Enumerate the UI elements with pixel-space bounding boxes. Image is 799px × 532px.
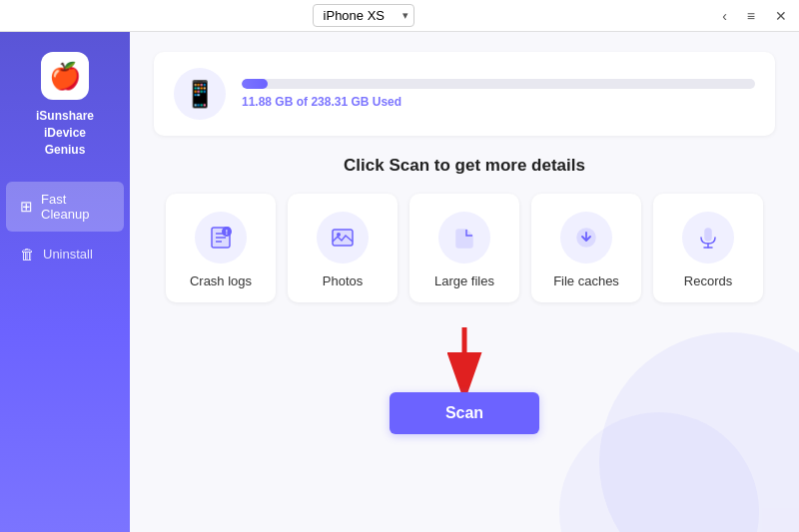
file-caches-icon	[572, 224, 600, 252]
category-photos[interactable]: Photos	[288, 194, 398, 302]
fast-cleanup-icon: ⊞	[20, 198, 33, 216]
category-records[interactable]: Records	[653, 194, 763, 302]
sidebar-nav: ⊞ Fast Cleanup 🗑 Uninstall	[0, 182, 130, 272]
storage-info: 11.88 GB of 238.31 GB Used	[242, 79, 755, 109]
photos-icon-circle	[317, 212, 369, 264]
app-name: iSunshareiDeviceGenius	[36, 108, 94, 158]
large-files-icon	[450, 224, 478, 252]
device-selector-area: iPhone XS ▾	[313, 4, 414, 27]
close-button[interactable]: ✕	[771, 6, 791, 26]
svg-text:!: !	[226, 229, 228, 236]
sidebar-item-fast-cleanup-label: Fast Cleanup	[41, 192, 110, 222]
total-gb: 238.31 GB	[311, 95, 369, 109]
menu-button[interactable]: ≡	[743, 6, 759, 26]
category-file-caches[interactable]: File caches	[531, 194, 641, 302]
sidebar-item-fast-cleanup[interactable]: ⊞ Fast Cleanup	[6, 182, 124, 232]
records-icon-circle	[682, 212, 734, 264]
used-gb: 11.88 GB	[242, 95, 293, 109]
sidebar-item-uninstall[interactable]: 🗑 Uninstall	[6, 236, 124, 272]
sidebar: 🍎 iSunshareiDeviceGenius ⊞ Fast Cleanup …	[0, 32, 130, 532]
photos-label: Photos	[323, 273, 363, 288]
crash-logs-icon-circle: !	[195, 212, 247, 264]
storage-of: of	[297, 95, 312, 109]
title-bar: iPhone XS ▾ ‹ ≡ ✕	[0, 0, 799, 32]
storage-text: 11.88 GB of 238.31 GB Used	[242, 95, 755, 109]
large-files-label: Large files	[434, 273, 494, 288]
category-crash-logs[interactable]: ! Crash logs	[166, 194, 276, 302]
file-caches-label: File caches	[553, 273, 619, 288]
photos-icon	[329, 224, 357, 252]
categories: ! Crash logs Photos	[154, 194, 775, 302]
category-large-files[interactable]: Large files	[409, 194, 519, 302]
svg-rect-12	[705, 229, 711, 241]
sidebar-item-uninstall-label: Uninstall	[43, 247, 93, 262]
scan-button[interactable]: Scan	[390, 392, 539, 434]
app-logo-icon: 🍎	[49, 61, 81, 92]
crash-logs-label: Crash logs	[190, 273, 252, 288]
back-button[interactable]: ‹	[718, 6, 731, 26]
storage-label: Used	[373, 95, 401, 109]
main-layout: 🍎 iSunshareiDeviceGenius ⊞ Fast Cleanup …	[0, 32, 799, 532]
storage-bar-fill	[242, 79, 268, 89]
storage-card: 📱 11.88 GB of 238.31 GB Used	[154, 52, 775, 136]
title-bar-controls: ‹ ≡ ✕	[718, 6, 791, 26]
storage-bar-bg	[242, 79, 755, 89]
device-select[interactable]: iPhone XS	[313, 4, 414, 27]
large-files-icon-circle	[438, 212, 490, 264]
section-heading: Click Scan to get more details	[154, 156, 775, 176]
scan-area: Scan	[154, 322, 775, 512]
crash-logs-icon: !	[207, 224, 235, 252]
arrow-down-icon	[434, 322, 494, 392]
app-logo: 🍎	[41, 52, 89, 100]
records-icon	[694, 224, 722, 252]
file-caches-icon-circle	[560, 212, 612, 264]
phone-icon: 📱	[174, 68, 226, 120]
content-area: 📱 11.88 GB of 238.31 GB Used Click Scan …	[130, 32, 799, 532]
device-select-wrapper: iPhone XS ▾	[313, 4, 414, 27]
records-label: Records	[684, 273, 732, 288]
uninstall-icon: 🗑	[20, 246, 35, 263]
